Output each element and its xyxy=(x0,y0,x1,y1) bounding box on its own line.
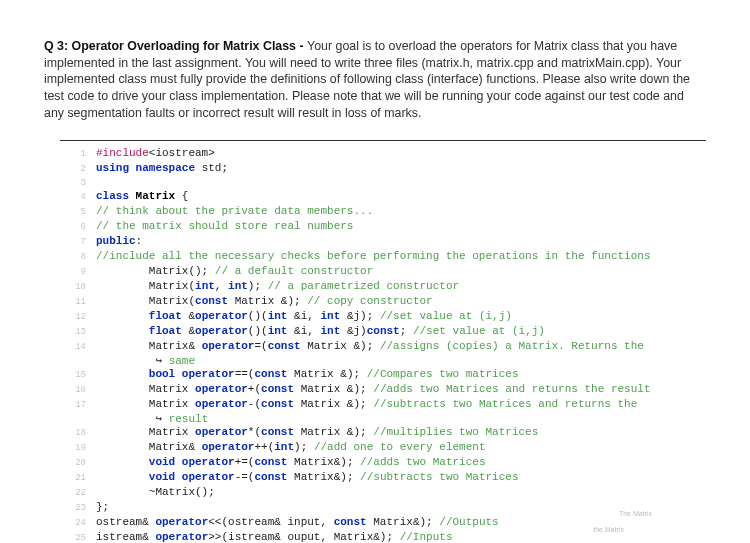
question-text: Q 3: Operator Overloading for Matrix Cla… xyxy=(44,38,706,122)
code-content: bool operator==(const Matrix &); //Compa… xyxy=(96,368,519,381)
line-number: 6 xyxy=(60,221,86,235)
code-content: }; xyxy=(96,501,109,514)
code-content: Matrix operator+(const Matrix &); //adds… xyxy=(96,383,651,396)
code-line: 1#include<iostream> xyxy=(60,147,706,162)
document-page: Q 3: Operator Overloading for Matrix Cla… xyxy=(0,0,750,543)
code-line: 4class Matrix { xyxy=(60,190,706,205)
code-line: 22 ~Matrix(); xyxy=(60,486,706,501)
code-line: 11 Matrix(const Matrix &); // copy const… xyxy=(60,295,706,310)
code-content: // the matrix should store real numbers xyxy=(96,220,353,233)
code-line: 21 void operator-=(const Matrix&); //sub… xyxy=(60,471,706,486)
code-line: 9 Matrix(); // a default constructor xyxy=(60,265,706,280)
code-line: 12 float &operator()(int &i, int &j); //… xyxy=(60,310,706,325)
code-content: #include<iostream> xyxy=(96,147,215,160)
code-line: 7public: xyxy=(60,235,706,250)
line-number: 10 xyxy=(60,281,86,295)
code-line: 13 float &operator()(int &i, int &j)cons… xyxy=(60,325,706,340)
code-content: ~Matrix(); xyxy=(96,486,215,499)
code-content: using namespace std; xyxy=(96,162,228,175)
code-content: Matrix operator*(const Matrix &); //mult… xyxy=(96,426,538,439)
line-number: 21 xyxy=(60,472,86,486)
line-number: 9 xyxy=(60,266,86,280)
code-content: Matrix(int, int); // a parametrized cons… xyxy=(96,280,459,293)
code-content: void operator+=(const Matrix&); //adds t… xyxy=(96,456,486,469)
code-line: 2using namespace std; xyxy=(60,162,706,177)
watermark-1: The Matrix xyxy=(619,510,652,517)
code-line: 10 Matrix(int, int); // a parametrized c… xyxy=(60,280,706,295)
code-content: ↪ same xyxy=(96,355,195,368)
code-content: //include all the necessary checks befor… xyxy=(96,250,651,263)
line-number: 23 xyxy=(60,502,86,516)
code-line: 16 Matrix operator+(const Matrix &); //a… xyxy=(60,383,706,398)
line-number: 8 xyxy=(60,251,86,265)
code-content: ↪ result xyxy=(96,413,208,426)
code-line: 18 Matrix operator*(const Matrix &); //m… xyxy=(60,426,706,441)
line-number: 19 xyxy=(60,442,86,456)
code-content: Matrix(const Matrix &); // copy construc… xyxy=(96,295,433,308)
code-content: Matrix(); // a default constructor xyxy=(96,265,373,278)
line-number: 1 xyxy=(60,148,86,162)
code-content: // think about the private data members.… xyxy=(96,205,373,218)
code-content: void operator-=(const Matrix&); //subtra… xyxy=(96,471,519,484)
code-line: 17 Matrix operator-(const Matrix &); //s… xyxy=(60,398,706,413)
line-number: 5 xyxy=(60,206,86,220)
code-line: 3 xyxy=(60,177,706,191)
code-content: class Matrix { xyxy=(96,190,188,203)
code-line: 20 void operator+=(const Matrix&); //add… xyxy=(60,456,706,471)
code-line: 8//include all the necessary checks befo… xyxy=(60,250,706,265)
code-content: Matrix& operator++(int); //add one to ev… xyxy=(96,441,486,454)
code-line: 23}; xyxy=(60,501,706,516)
line-number: 17 xyxy=(60,399,86,413)
code-line: ↪ same xyxy=(60,355,706,368)
code-line: 19 Matrix& operator++(int); //add one to… xyxy=(60,441,706,456)
line-number: 14 xyxy=(60,341,86,355)
line-number: 15 xyxy=(60,369,86,383)
code-line: 14 Matrix& operator=(const Matrix &); //… xyxy=(60,340,706,355)
line-number: 12 xyxy=(60,311,86,325)
line-number: 16 xyxy=(60,384,86,398)
line-number: 20 xyxy=(60,457,86,471)
code-line: ↪ result xyxy=(60,413,706,426)
line-number: 3 xyxy=(60,177,86,191)
line-number: 11 xyxy=(60,296,86,310)
line-number: 2 xyxy=(60,163,86,177)
code-content: Matrix& operator=(const Matrix &); //ass… xyxy=(96,340,644,353)
code-content: ostream& operator<<(ostream& input, cons… xyxy=(96,516,499,529)
code-content: public: xyxy=(96,235,142,248)
question-lead: Q 3: Operator Overloading for Matrix Cla… xyxy=(44,39,307,53)
line-number: 4 xyxy=(60,191,86,205)
line-number: 22 xyxy=(60,487,86,501)
code-content: istream& operator>>(istream& ouput, Matr… xyxy=(96,531,452,543)
watermark-2: the Matrix xyxy=(593,526,624,533)
code-content: float &operator()(int &i, int &j); //set… xyxy=(96,310,512,323)
code-content: Matrix operator-(const Matrix &); //subt… xyxy=(96,398,637,411)
line-number: 13 xyxy=(60,326,86,340)
code-block: 1#include<iostream>2using namespace std;… xyxy=(60,140,706,543)
code-content: float &operator()(int &i, int &j)const; … xyxy=(96,325,545,338)
line-number: 7 xyxy=(60,236,86,250)
line-number: 18 xyxy=(60,427,86,441)
line-number: 24 xyxy=(60,517,86,531)
code-line: 6// the matrix should store real numbers xyxy=(60,220,706,235)
line-number: 25 xyxy=(60,532,86,543)
code-line: 15 bool operator==(const Matrix &); //Co… xyxy=(60,368,706,383)
code-line: 5// think about the private data members… xyxy=(60,205,706,220)
